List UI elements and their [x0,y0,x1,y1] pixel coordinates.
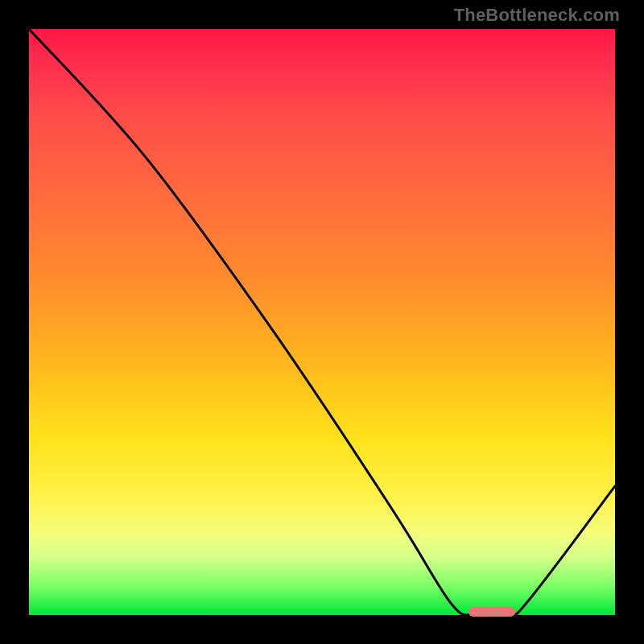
bottleneck-curve [29,29,615,615]
watermark-text: TheBottleneck.com [454,5,620,26]
optimal-marker [469,607,515,617]
chart-frame: TheBottleneck.com [0,0,644,644]
plot-area [29,29,615,615]
